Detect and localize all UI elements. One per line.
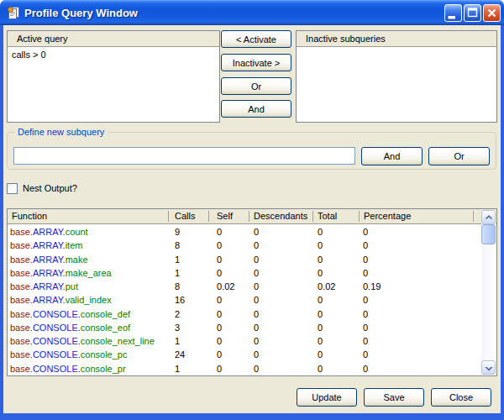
table-row[interactable]: base.CONSOLE.console_next_line 1 0 0 0 0 <box>8 334 482 348</box>
inactive-subqueries-panel: Inactive subqueries <box>296 30 497 123</box>
dialog-content: Active query calls > 0 < Activate Inacti… <box>3 25 501 413</box>
column-separator <box>312 211 313 222</box>
table-row[interactable]: base.CONSOLE.console_eof 3 0 0 0 0 <box>8 321 482 334</box>
inactivate-button[interactable]: Inactivate > <box>221 54 291 71</box>
close-dialog-button[interactable]: Close <box>431 388 491 407</box>
table-row[interactable]: base.ARRAY.put 8 0.02 0 0.02 0.19 <box>8 280 482 293</box>
cluster-name: base. <box>10 295 33 305</box>
self-cell: 0 <box>217 266 222 280</box>
table-row[interactable]: base.ARRAY.make 1 0 0 0 0 <box>8 253 482 266</box>
nest-output-label: Nest Output? <box>23 183 77 194</box>
self-cell: 0 <box>217 239 222 252</box>
update-button[interactable]: Update <box>297 388 357 407</box>
table-row[interactable]: base.CONSOLE.console_pr 1 0 0 0 0 <box>8 362 482 375</box>
total-cell: 0 <box>318 293 323 307</box>
self-cell: 0 <box>217 293 222 307</box>
minimize-icon <box>445 5 461 21</box>
function-table: Function Calls Self Descendants Total Pe… <box>7 208 497 376</box>
subquery-input[interactable] <box>13 147 355 165</box>
percentage-cell: 0 <box>363 362 368 375</box>
active-query-list[interactable]: calls > 0 <box>8 47 219 62</box>
descendants-cell: 0 <box>254 239 259 252</box>
class-name: ARRAY. <box>33 240 66 250</box>
column-header-function[interactable]: Function <box>12 209 47 224</box>
column-header-self[interactable]: Self <box>217 209 233 224</box>
function-cell: base.ARRAY.item <box>10 239 82 252</box>
feature-name: console_pc <box>81 349 128 360</box>
total-cell: 0 <box>318 334 323 348</box>
total-cell: 0 <box>318 225 323 239</box>
feature-name: item <box>66 240 83 250</box>
calls-cell: 1 <box>175 253 180 266</box>
table-row[interactable]: base.ARRAY.valid_index 16 0 0 0 0 <box>8 293 482 307</box>
close-icon <box>484 5 500 21</box>
feature-name: console_eof <box>81 323 130 333</box>
maximize-button[interactable] <box>464 4 481 22</box>
column-separator <box>473 211 474 222</box>
inactive-subqueries-list[interactable] <box>297 47 496 52</box>
column-separator <box>168 211 169 222</box>
descendants-cell: 0 <box>254 321 259 334</box>
percentage-cell: 0 <box>363 266 368 280</box>
save-button[interactable]: Save <box>364 388 424 407</box>
cluster-name: base. <box>10 240 33 250</box>
percentage-cell: 0 <box>363 293 368 307</box>
activate-button[interactable]: < Activate <box>221 30 291 48</box>
feature-name: make <box>66 255 88 265</box>
table-row[interactable]: base.CONSOLE.console_pc 24 0 0 0 0 <box>8 348 482 361</box>
self-cell: 0 <box>217 253 222 266</box>
descendants-cell: 0 <box>254 307 259 321</box>
and-button[interactable]: And <box>221 100 291 118</box>
cluster-name: base. <box>10 227 33 237</box>
self-cell: 0 <box>217 321 222 334</box>
titlebar: Profile Query Window <box>0 0 504 25</box>
feature-name: console_pr <box>81 364 126 374</box>
minimize-button[interactable] <box>444 4 462 22</box>
column-header-percentage[interactable]: Percentage <box>364 209 411 224</box>
column-separator <box>359 211 360 222</box>
total-cell: 0 <box>318 239 323 252</box>
maximize-icon <box>465 5 480 21</box>
cluster-name: base. <box>10 364 33 374</box>
table-row[interactable]: base.ARRAY.make_area 1 0 0 0 0 <box>8 266 482 280</box>
close-button[interactable] <box>483 4 501 22</box>
table-row[interactable]: base.CONSOLE.console_def 2 0 0 0 0 <box>8 307 482 321</box>
descendants-cell: 0 <box>254 362 259 375</box>
scroll-up-icon <box>485 214 494 222</box>
or-button[interactable]: Or <box>221 77 291 95</box>
active-query-header: Active query <box>8 31 219 47</box>
total-cell: 0.02 <box>318 280 335 293</box>
feature-name: put <box>66 281 78 291</box>
scroll-down-button[interactable] <box>481 360 496 375</box>
class-name: ARRAY. <box>33 295 66 305</box>
vertical-scrollbar[interactable] <box>481 210 496 375</box>
subquery-or-button[interactable]: Or <box>428 147 490 165</box>
scroll-down-icon <box>485 365 494 372</box>
class-name: ARRAY. <box>33 227 66 237</box>
function-cell: base.ARRAY.valid_index <box>10 293 112 307</box>
active-query-panel: Active query calls > 0 <box>7 30 220 123</box>
feature-name: valid_index <box>66 295 112 305</box>
calls-cell: 8 <box>175 239 180 252</box>
column-header-descendants[interactable]: Descendants <box>254 209 307 224</box>
column-header-total[interactable]: Total <box>318 209 337 224</box>
cluster-name: base. <box>10 268 33 278</box>
table-header: Function Calls Self Descendants Total Pe… <box>8 209 496 224</box>
table-row[interactable]: base.ARRAY.count 9 0 0 0 0 <box>8 225 482 239</box>
function-cell: base.CONSOLE.console_pc <box>10 348 127 361</box>
class-name: ARRAY. <box>33 255 66 265</box>
subquery-and-button[interactable]: And <box>361 147 423 165</box>
class-name: CONSOLE. <box>33 349 81 360</box>
class-name: CONSOLE. <box>33 323 81 333</box>
feature-name: make_area <box>66 268 112 278</box>
scroll-thumb[interactable] <box>481 224 496 244</box>
column-header-calls[interactable]: Calls <box>175 209 195 224</box>
table-row[interactable]: base.ARRAY.item 8 0 0 0 0 <box>8 239 482 252</box>
self-cell: 0 <box>217 348 222 361</box>
nest-output-checkbox[interactable] <box>7 183 18 194</box>
active-query-item[interactable]: calls > 0 <box>12 50 215 60</box>
calls-cell: 24 <box>175 348 185 361</box>
window-icon <box>7 6 20 19</box>
total-cell: 0 <box>318 348 323 361</box>
scroll-up-button[interactable] <box>481 210 496 224</box>
